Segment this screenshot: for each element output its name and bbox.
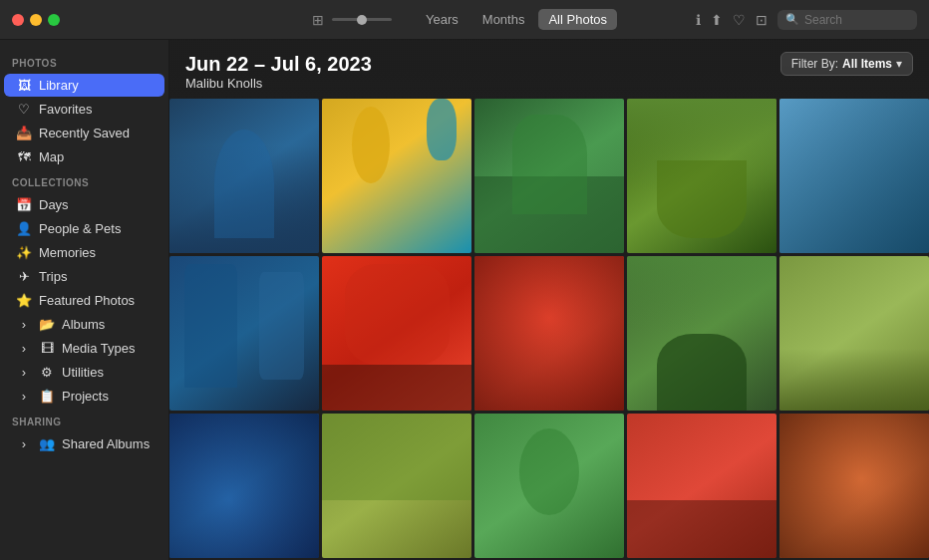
- photo-row-2: [169, 256, 929, 411]
- sidebar-item-utilities[interactable]: › ⚙ Utilities: [4, 361, 164, 384]
- photo-grid: [169, 99, 929, 560]
- photos-section-label: Photos: [0, 50, 168, 73]
- map-label: Map: [39, 149, 64, 164]
- photo-13[interactable]: [474, 414, 624, 558]
- traffic-lights: [12, 14, 60, 26]
- sidebar-item-projects[interactable]: › 📋 Projects: [4, 385, 164, 408]
- map-icon: 🗺: [16, 149, 32, 164]
- sidebar-item-memories[interactable]: ✨ Memories: [4, 241, 164, 264]
- photo-content: Jun 22 – Jul 6, 2023 Malibu Knolls Filte…: [169, 40, 929, 560]
- view-controls: ⊞: [312, 12, 392, 28]
- photo-8[interactable]: [474, 256, 624, 411]
- titlebar-right: ℹ ⬆ ♡ ⊡ 🔍: [696, 10, 917, 30]
- featured-photos-label: Featured Photos: [39, 293, 135, 308]
- titlebar-center: ⊞ Years Months All Photos: [312, 9, 617, 30]
- search-box[interactable]: 🔍: [777, 10, 917, 30]
- content-header: Jun 22 – Jul 6, 2023 Malibu Knolls Filte…: [169, 40, 929, 99]
- sidebar-item-days[interactable]: 📅 Days: [4, 193, 164, 216]
- search-icon: 🔍: [785, 13, 799, 26]
- days-icon: 📅: [16, 197, 32, 212]
- photo-7[interactable]: [322, 256, 471, 411]
- location: Malibu Knolls: [185, 76, 372, 91]
- filter-value: All Items: [842, 57, 892, 71]
- people-pets-label: People & Pets: [39, 221, 121, 236]
- albums-label: Albums: [62, 317, 105, 332]
- photo-1[interactable]: [169, 99, 319, 253]
- collections-section-label: Collections: [0, 169, 168, 192]
- sidebar-item-recently-saved[interactable]: 📥 Recently Saved: [4, 122, 164, 144]
- photo-row-1: [169, 99, 929, 253]
- utilities-expand-icon: ›: [16, 365, 32, 380]
- sidebar-item-trips[interactable]: ✈ Trips: [4, 265, 164, 288]
- photo-12[interactable]: [322, 414, 471, 558]
- filter-arrow-icon: ▾: [896, 57, 902, 71]
- tab-months[interactable]: Months: [472, 9, 535, 30]
- grid-view-icon[interactable]: ⊞: [312, 12, 324, 28]
- memories-icon: ✨: [16, 245, 32, 260]
- utilities-label: Utilities: [62, 365, 104, 380]
- titlebar: ⊞ Years Months All Photos ℹ ⬆ ♡ ⊡ 🔍: [0, 0, 929, 40]
- filter-label: Filter By:: [791, 57, 838, 71]
- albums-icon: 📂: [39, 317, 55, 332]
- main-layout: Photos 🖼 Library ♡ Favorites 📥 Recently …: [0, 40, 929, 560]
- shared-albums-label: Shared Albums: [62, 436, 150, 451]
- trips-icon: ✈: [16, 269, 32, 284]
- projects-label: Projects: [62, 389, 109, 404]
- trips-label: Trips: [39, 269, 67, 284]
- photo-11[interactable]: [169, 414, 319, 558]
- media-types-expand-icon: ›: [16, 341, 32, 356]
- projects-icon: 📋: [39, 389, 55, 404]
- crop-icon[interactable]: ⊡: [756, 12, 768, 28]
- photo-row-3: [169, 414, 929, 558]
- sidebar-item-shared-albums[interactable]: › 👥 Shared Albums: [4, 432, 164, 455]
- sidebar-item-albums[interactable]: › 📂 Albums: [4, 313, 164, 336]
- recently-saved-icon: 📥: [16, 126, 32, 140]
- favorites-icon: ♡: [16, 102, 32, 117]
- photo-14[interactable]: [627, 414, 776, 558]
- search-input[interactable]: [804, 13, 909, 27]
- photo-10[interactable]: [779, 256, 929, 411]
- photo-6[interactable]: [169, 256, 319, 411]
- sidebar-item-media-types[interactable]: › 🎞 Media Types: [4, 337, 164, 360]
- media-types-label: Media Types: [62, 341, 135, 356]
- photo-4[interactable]: [627, 99, 776, 253]
- photo-9[interactable]: [627, 256, 776, 411]
- zoom-slider-thumb: [357, 15, 367, 25]
- minimize-button[interactable]: [30, 14, 42, 26]
- zoom-slider[interactable]: [332, 18, 392, 21]
- photo-3[interactable]: [474, 99, 624, 253]
- favorites-label: Favorites: [39, 102, 92, 117]
- memories-label: Memories: [39, 245, 96, 260]
- sharing-section-label: Sharing: [0, 409, 168, 431]
- filter-button[interactable]: Filter By: All Items ▾: [780, 52, 913, 76]
- media-types-icon: 🎞: [39, 341, 55, 356]
- photo-5[interactable]: [779, 99, 929, 253]
- sidebar-item-map[interactable]: 🗺 Map: [4, 145, 164, 168]
- share-icon[interactable]: ⬆: [711, 12, 723, 28]
- utilities-icon: ⚙: [39, 365, 55, 380]
- nav-tabs: Years Months All Photos: [416, 9, 617, 30]
- tab-years[interactable]: Years: [416, 9, 468, 30]
- sidebar-item-featured-photos[interactable]: ⭐ Featured Photos: [4, 289, 164, 312]
- people-pets-icon: 👤: [16, 221, 32, 236]
- sidebar-item-favorites[interactable]: ♡ Favorites: [4, 98, 164, 121]
- heart-icon[interactable]: ♡: [733, 12, 746, 28]
- library-icon: 🖼: [16, 78, 32, 93]
- date-range: Jun 22 – Jul 6, 2023: [185, 52, 372, 76]
- close-button[interactable]: [12, 14, 24, 26]
- shared-albums-icon: 👥: [39, 436, 55, 451]
- shared-albums-expand-icon: ›: [16, 436, 32, 451]
- albums-expand-icon: ›: [16, 317, 32, 332]
- sidebar-item-library[interactable]: 🖼 Library: [4, 74, 164, 97]
- photo-15[interactable]: [779, 414, 929, 558]
- projects-expand-icon: ›: [16, 389, 32, 404]
- tab-all-photos[interactable]: All Photos: [538, 9, 617, 30]
- recently-saved-label: Recently Saved: [39, 126, 130, 140]
- sidebar-item-people-pets[interactable]: 👤 People & Pets: [4, 217, 164, 240]
- days-label: Days: [39, 197, 69, 212]
- library-label: Library: [39, 78, 79, 93]
- maximize-button[interactable]: [48, 14, 60, 26]
- sidebar: Photos 🖼 Library ♡ Favorites 📥 Recently …: [0, 40, 169, 560]
- photo-2[interactable]: [322, 99, 471, 253]
- info-icon[interactable]: ℹ: [696, 12, 701, 28]
